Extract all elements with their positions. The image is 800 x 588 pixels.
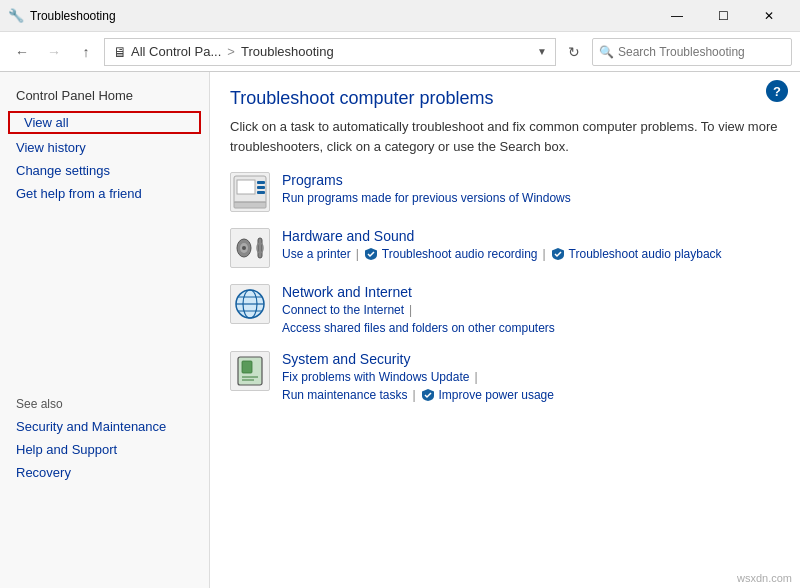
category-link-troubleshoot-audio-play[interactable]: Troubleshoot audio playback bbox=[569, 247, 722, 261]
sidebar-item-get-help[interactable]: Get help from a friend bbox=[0, 182, 209, 205]
path-prefix: All Control Pa... bbox=[131, 44, 221, 59]
address-path[interactable]: 🖥 All Control Pa... > Troubleshooting ▼ bbox=[104, 38, 556, 66]
category-title-hardware-sound[interactable]: Hardware and Sound bbox=[282, 228, 780, 244]
window-title: Troubleshooting bbox=[30, 9, 654, 23]
content-title: Troubleshoot computer problems bbox=[230, 88, 780, 109]
sidebar-seealso-recovery[interactable]: Recovery bbox=[0, 461, 209, 484]
svg-rect-6 bbox=[257, 191, 265, 194]
content-description: Click on a task to automatically trouble… bbox=[230, 117, 780, 156]
category-icon-network-internet bbox=[230, 284, 270, 324]
watermark: wsxdn.com bbox=[737, 572, 792, 584]
svg-rect-4 bbox=[257, 181, 265, 184]
path-separator: > bbox=[227, 44, 235, 59]
category-link-fix-windows-update[interactable]: Fix problems with Windows Update bbox=[282, 370, 469, 384]
path-dropdown-icon[interactable]: ▼ bbox=[537, 46, 547, 57]
separator: | bbox=[412, 388, 415, 402]
category-link-run-programs[interactable]: Run programs made for previous versions … bbox=[282, 191, 571, 205]
address-bar: ← → ↑ 🖥 All Control Pa... > Troubleshoot… bbox=[0, 32, 800, 72]
category-icon-hardware-sound bbox=[230, 228, 270, 268]
category-title-programs[interactable]: Programs bbox=[282, 172, 780, 188]
app-icon: 🔧 bbox=[8, 8, 24, 24]
up-button[interactable]: ↑ bbox=[72, 38, 100, 66]
svg-point-9 bbox=[242, 246, 246, 250]
shield-icon-troubleshoot-audio-rec bbox=[364, 247, 380, 261]
svg-rect-10 bbox=[258, 238, 262, 258]
separator: | bbox=[356, 247, 359, 261]
category-network-internet: Network and InternetConnect to the Inter… bbox=[230, 284, 780, 335]
path-current: Troubleshooting bbox=[241, 44, 334, 59]
category-icon-programs bbox=[230, 172, 270, 212]
svg-rect-5 bbox=[257, 186, 265, 189]
shield-icon-troubleshoot-audio-play bbox=[551, 247, 567, 261]
sidebar-item-view-all[interactable]: View all bbox=[8, 111, 201, 134]
search-box[interactable]: 🔍 bbox=[592, 38, 792, 66]
main-layout: Control Panel Home View allView historyC… bbox=[0, 72, 800, 588]
shield-icon-improve-power bbox=[421, 388, 437, 402]
category-programs: ProgramsRun programs made for previous v… bbox=[230, 172, 780, 212]
category-link-troubleshoot-audio-rec[interactable]: Troubleshoot audio recording bbox=[382, 247, 538, 261]
category-link-use-printer[interactable]: Use a printer bbox=[282, 247, 351, 261]
separator: | bbox=[542, 247, 545, 261]
search-input[interactable] bbox=[618, 45, 785, 59]
see-also-title: See also bbox=[0, 385, 209, 415]
category-title-network-internet[interactable]: Network and Internet bbox=[282, 284, 780, 300]
title-bar: 🔧 Troubleshooting — ☐ ✕ bbox=[0, 0, 800, 32]
search-icon: 🔍 bbox=[599, 45, 614, 59]
category-link-run-maintenance[interactable]: Run maintenance tasks bbox=[282, 388, 407, 402]
refresh-button[interactable]: ↻ bbox=[560, 38, 588, 66]
svg-rect-18 bbox=[242, 361, 252, 373]
maximize-button[interactable]: ☐ bbox=[700, 0, 746, 32]
sidebar: Control Panel Home View allView historyC… bbox=[0, 72, 210, 588]
svg-rect-1 bbox=[237, 180, 255, 194]
minimize-button[interactable]: — bbox=[654, 0, 700, 32]
sidebar-item-change-settings[interactable]: Change settings bbox=[0, 159, 209, 182]
separator: | bbox=[474, 370, 477, 384]
category-link-access-shared[interactable]: Access shared files and folders on other… bbox=[282, 321, 555, 335]
category-icon-system-security bbox=[230, 351, 270, 391]
svg-rect-2 bbox=[234, 202, 266, 208]
category-link-connect-internet[interactable]: Connect to the Internet bbox=[282, 303, 404, 317]
sidebar-home[interactable]: Control Panel Home bbox=[0, 84, 209, 107]
category-system-security: System and SecurityFix problems with Win… bbox=[230, 351, 780, 402]
category-link-improve-power[interactable]: Improve power usage bbox=[439, 388, 554, 402]
window-controls: — ☐ ✕ bbox=[654, 0, 792, 32]
path-icon: 🖥 bbox=[113, 44, 127, 60]
close-button[interactable]: ✕ bbox=[746, 0, 792, 32]
sidebar-seealso-help-support[interactable]: Help and Support bbox=[0, 438, 209, 461]
content-area: ? Troubleshoot computer problems Click o… bbox=[210, 72, 800, 588]
help-button[interactable]: ? bbox=[766, 80, 788, 102]
back-button[interactable]: ← bbox=[8, 38, 36, 66]
separator: | bbox=[409, 303, 412, 317]
sidebar-seealso-security[interactable]: Security and Maintenance bbox=[0, 415, 209, 438]
sidebar-item-view-history[interactable]: View history bbox=[0, 136, 209, 159]
category-hardware-sound: Hardware and SoundUse a printer|Troubles… bbox=[230, 228, 780, 268]
forward-button[interactable]: → bbox=[40, 38, 68, 66]
category-title-system-security[interactable]: System and Security bbox=[282, 351, 780, 367]
